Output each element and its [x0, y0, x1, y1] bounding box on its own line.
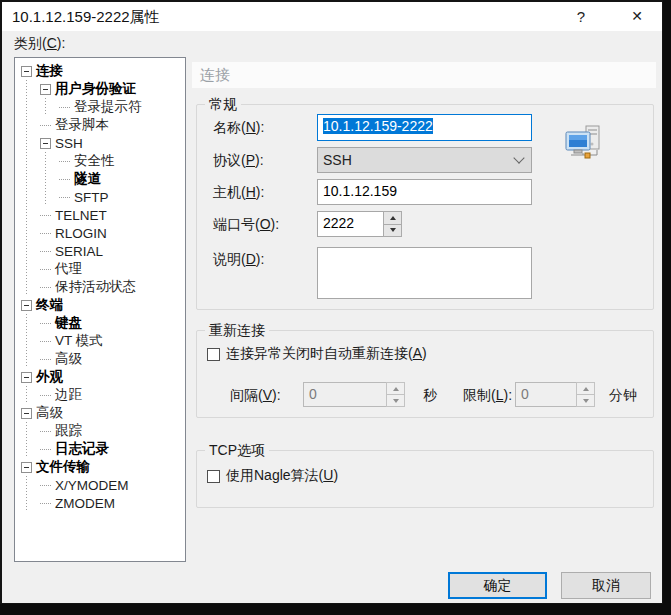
tree-item-label: 跟踪 [55, 422, 82, 440]
tree-item[interactable]: VT 模式 [15, 332, 185, 350]
tree-item-label: RLOGIN [55, 226, 107, 241]
auto-reconnect-checkbox-row[interactable]: 连接异常关闭时自动重新连接(A) [207, 345, 427, 363]
spin-up-button[interactable] [383, 211, 402, 225]
nagle-checkbox-row[interactable]: 使用Nagle算法(U) [207, 467, 338, 485]
tree-connector [40, 395, 51, 396]
tree-connector [40, 287, 51, 288]
tree-item-label: 代理 [55, 260, 82, 278]
ok-button[interactable]: 确定 [448, 572, 547, 599]
tree-collapse-icon[interactable] [21, 408, 32, 419]
interval-spin-buttons [386, 382, 405, 407]
tree-item[interactable]: 边距 [15, 386, 185, 404]
checkbox-icon[interactable] [207, 470, 220, 483]
arrow-up-icon [393, 387, 399, 391]
category-label: 类别(C): [14, 35, 65, 53]
port-stepper[interactable]: 2222 [317, 211, 402, 237]
tree-collapse-icon[interactable] [21, 66, 32, 77]
tree-connector [40, 269, 51, 270]
tree-connector [59, 107, 70, 108]
tree-item-label: SFTP [74, 190, 109, 205]
limit-label: 限制(L): [463, 387, 512, 405]
tree-item[interactable]: 隧道 [15, 170, 185, 188]
interval-stepper: 0 [303, 382, 405, 407]
tree-item[interactable]: 键盘 [15, 314, 185, 332]
tree-guide-line [40, 170, 59, 188]
category-tree[interactable]: 连接用户身份验证登录提示符登录脚本SSH安全性隧道SFTPTELNETRLOGI… [14, 57, 186, 562]
reconnect-group: 重新连接 连接异常关闭时自动重新连接(A) 间隔(V): 0 秒 限制(L): … [196, 330, 654, 418]
tree-item[interactable]: 日志记录 [15, 440, 185, 458]
tree-connector [40, 449, 51, 450]
host-input[interactable]: 10.1.12.159 [317, 179, 532, 205]
tree-item[interactable]: SFTP [15, 188, 185, 206]
spin-down-button [386, 395, 405, 407]
description-input[interactable] [317, 247, 532, 299]
tree-item-label: 外观 [36, 368, 63, 386]
tcp-options-group: TCP选项 使用Nagle算法(U) [196, 450, 654, 508]
tree-item-label: 终端 [36, 296, 63, 314]
port-label: 端口号(O): [213, 216, 279, 234]
tree-item-label: 隧道 [74, 170, 101, 188]
limit-stepper: 0 [515, 382, 595, 407]
port-input[interactable]: 2222 [317, 211, 383, 237]
tree-connector [40, 125, 51, 126]
tree-item[interactable]: 跟踪 [15, 422, 185, 440]
tree-connector [59, 161, 70, 162]
tree-collapse-icon[interactable] [21, 300, 32, 311]
tree-item[interactable]: ZMODEM [15, 494, 185, 512]
close-icon[interactable]: ✕ [620, 2, 654, 31]
protocol-label: 协议(P): [213, 152, 264, 170]
description-label: 说明(D): [213, 251, 264, 269]
nagle-label: 使用Nagle算法(U) [226, 467, 338, 485]
tree-collapse-icon[interactable] [40, 84, 51, 95]
tree-item[interactable]: 高级 [15, 350, 185, 368]
tree-collapse-icon[interactable] [21, 462, 32, 473]
tree-item[interactable]: 终端 [15, 296, 185, 314]
tcp-group-title: TCP选项 [205, 442, 269, 459]
tree-guide-line [21, 494, 40, 512]
network-computer-icon [561, 121, 605, 165]
tree-guide-line [40, 98, 59, 116]
tree-item[interactable]: 登录提示符 [15, 98, 185, 116]
general-group: 常规 名称(N): 10.1.12.159-2222 协议(P): SSH 主机… [196, 104, 654, 310]
tree-item[interactable]: 代理 [15, 260, 185, 278]
tree-item[interactable]: SSH [15, 134, 185, 152]
tree-collapse-icon[interactable] [40, 138, 51, 149]
tree-item[interactable]: 保持活动状态 [15, 278, 185, 296]
tree-item[interactable]: 连接 [15, 62, 185, 80]
tree-connector [40, 323, 51, 324]
tree-guide-line [21, 314, 40, 332]
spin-up-button [576, 382, 595, 395]
tree-guide-line [21, 332, 40, 350]
tree-item-label: TELNET [55, 208, 107, 223]
tree-guide-line [21, 80, 40, 98]
arrow-up-icon [390, 216, 396, 220]
tree-item[interactable]: SERIAL [15, 242, 185, 260]
tree-item[interactable]: 文件传输 [15, 458, 185, 476]
tree-item-label: 日志记录 [55, 440, 109, 458]
tree-item-label: 高级 [55, 350, 82, 368]
tree-guide-line [21, 206, 40, 224]
tree-collapse-icon[interactable] [21, 372, 32, 383]
tree-connector [40, 233, 51, 234]
port-spin-buttons [383, 211, 402, 237]
tree-item[interactable]: RLOGIN [15, 224, 185, 242]
tree-item[interactable]: 高级 [15, 404, 185, 422]
name-input[interactable]: 10.1.12.159-2222 [317, 114, 532, 141]
tree-item[interactable]: TELNET [15, 206, 185, 224]
tree-item[interactable]: X/YMODEM [15, 476, 185, 494]
tree-item[interactable]: 用户身份验证 [15, 80, 185, 98]
tree-guide-line [21, 476, 40, 494]
tree-connector [40, 251, 51, 252]
tree-guide-line [21, 152, 40, 170]
help-button[interactable]: ? [564, 2, 598, 31]
cancel-button[interactable]: 取消 [561, 572, 651, 599]
tree-item[interactable]: 外观 [15, 368, 185, 386]
tree-item[interactable]: 登录脚本 [15, 116, 185, 134]
tree-item-label: X/YMODEM [55, 478, 129, 493]
tree-item[interactable]: 安全性 [15, 152, 185, 170]
tree-item-label: 高级 [36, 404, 63, 422]
tree-connector [40, 431, 51, 432]
checkbox-icon[interactable] [207, 348, 220, 361]
spin-down-button[interactable] [383, 225, 402, 238]
tree-connector [59, 179, 70, 180]
